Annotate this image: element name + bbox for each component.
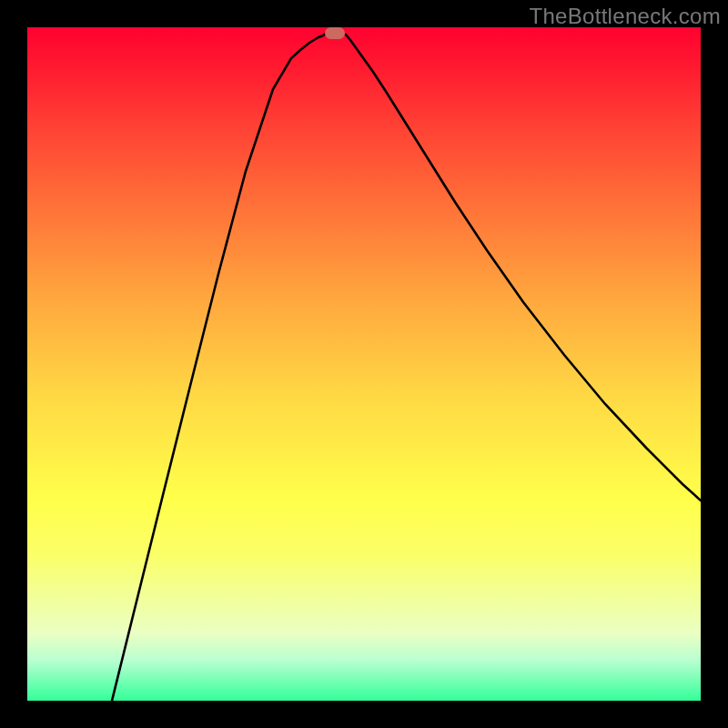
gradient-plot-area	[27, 27, 701, 701]
optimal-point-marker	[325, 27, 345, 39]
watermark-text: TheBottleneck.com	[529, 4, 721, 29]
